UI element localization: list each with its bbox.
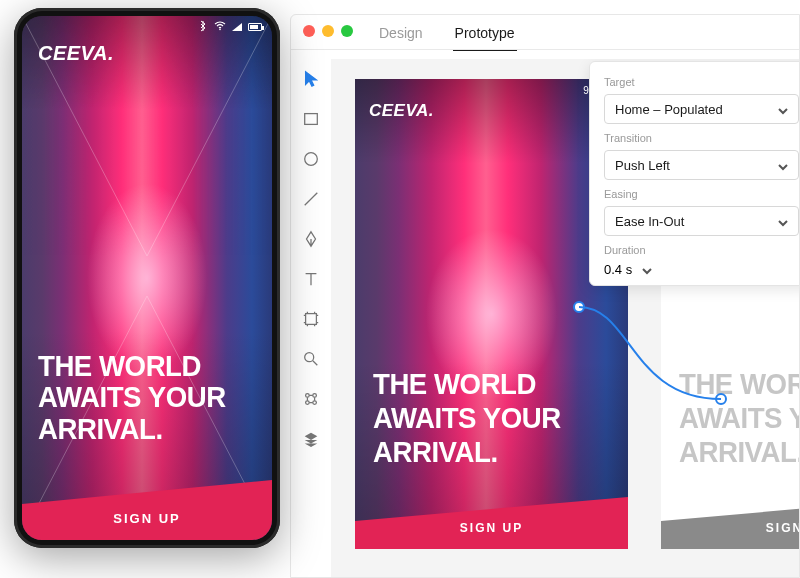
window-minimize-button[interactable] [322, 25, 334, 37]
headline-text: THE WOR AWAITS Y ARRIVAL. [679, 367, 799, 469]
svg-point-6 [313, 394, 317, 398]
tab-prototype[interactable]: Prototype [453, 21, 517, 51]
headline-line: THE WORLD [373, 367, 593, 401]
easing-value: Ease In-Out [615, 214, 684, 229]
headline-line: ARRIVAL. [373, 435, 593, 469]
window-maximize-button[interactable] [341, 25, 353, 37]
cell-signal-icon [232, 23, 242, 31]
background-scene [22, 16, 272, 540]
transition-dropdown[interactable]: Push Left [604, 150, 799, 180]
headline-line: THE WORLD [38, 350, 239, 382]
brand-logo: CEEVA. [369, 101, 434, 121]
headline-line: AWAITS YOUR [373, 401, 593, 435]
svg-point-5 [306, 394, 310, 398]
wifi-icon [214, 21, 226, 33]
chevron-down-icon [778, 104, 788, 114]
chevron-down-icon [778, 216, 788, 226]
target-dropdown[interactable]: Home – Populated [604, 94, 799, 124]
android-status-bar [22, 16, 272, 38]
wire-source-handle[interactable] [573, 301, 585, 313]
text-tool[interactable] [301, 269, 321, 289]
headline-line: AWAITS Y [679, 401, 799, 435]
pen-tool[interactable] [301, 229, 321, 249]
zoom-tool[interactable] [301, 349, 321, 369]
headline-text: THE WORLD AWAITS YOUR ARRIVAL. [373, 367, 612, 469]
transition-label: Transition [604, 132, 799, 144]
prototype-properties-panel: Target Home – Populated Transition Push … [589, 61, 799, 286]
svg-point-4 [305, 353, 314, 362]
duration-value: 0.4 s [604, 262, 632, 277]
select-tool[interactable] [301, 69, 321, 89]
mode-tabs: Design Prototype [377, 21, 517, 51]
design-app-window: Design Prototype [290, 14, 800, 578]
tab-design[interactable]: Design [377, 21, 425, 51]
chevron-down-icon [642, 265, 652, 275]
brand-logo: CEEVA. [38, 42, 114, 65]
headline-text: THE WORLD AWAITS YOUR ARRIVAL. [38, 350, 256, 445]
signup-button[interactable]: SIGN UP [661, 497, 799, 549]
svg-point-2 [305, 153, 318, 166]
artboard-welcome[interactable]: 9:41 AM CEEVA. THE WORLD AWAITS YOUR ARR… [355, 79, 628, 549]
headline-line: THE WOR [679, 367, 799, 401]
svg-point-7 [306, 401, 310, 405]
svg-point-0 [219, 29, 221, 31]
svg-rect-3 [306, 314, 317, 325]
device-screen: CEEVA. THE WORLD AWAITS YOUR ARRIVAL. SI… [22, 16, 272, 540]
wire-target-handle[interactable] [715, 393, 727, 405]
svg-point-8 [313, 401, 317, 405]
svg-rect-1 [305, 114, 318, 125]
headline-line: ARRIVAL. [679, 435, 799, 469]
layers-tool[interactable] [301, 429, 321, 449]
headline-line: AWAITS YOUR [38, 381, 239, 413]
battery-icon [248, 23, 262, 31]
rectangle-tool[interactable] [301, 109, 321, 129]
target-value: Home – Populated [615, 102, 723, 117]
easing-label: Easing [604, 188, 799, 200]
chevron-down-icon [778, 160, 788, 170]
divider [291, 49, 799, 50]
line-tool[interactable] [301, 189, 321, 209]
artboard-tool[interactable] [301, 309, 321, 329]
window-close-button[interactable] [303, 25, 315, 37]
duration-control[interactable]: 0.4 s [604, 262, 799, 277]
easing-dropdown[interactable]: Ease In-Out [604, 206, 799, 236]
headline-line: ARRIVAL. [38, 413, 239, 445]
ellipse-tool[interactable] [301, 149, 321, 169]
bluetooth-icon [198, 20, 208, 34]
assets-tool[interactable] [301, 389, 321, 409]
target-label: Target [604, 76, 799, 88]
canvas-area[interactable]: 9:41 AM CEEVA. THE WORLD AWAITS YOUR ARR… [331, 59, 799, 577]
left-toolbar [291, 59, 331, 577]
window-controls [303, 25, 353, 37]
device-preview-phone: CEEVA. THE WORLD AWAITS YOUR ARRIVAL. SI… [14, 8, 280, 548]
transition-value: Push Left [615, 158, 670, 173]
duration-label: Duration [604, 244, 799, 256]
background-scene [355, 79, 628, 549]
